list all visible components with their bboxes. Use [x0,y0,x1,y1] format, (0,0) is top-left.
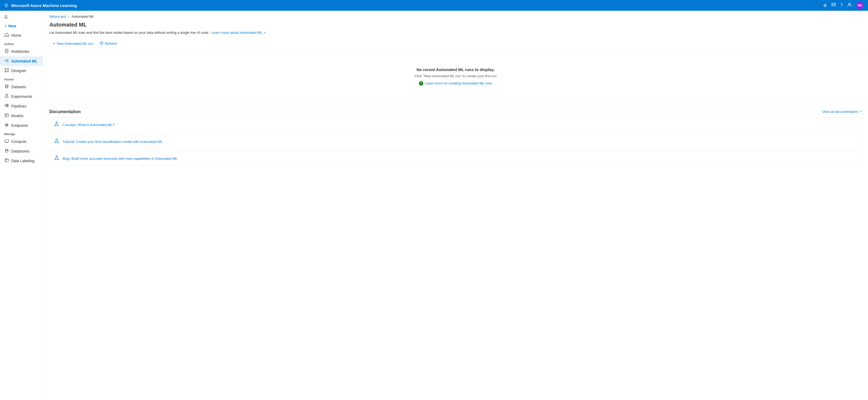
empty-state-learn-more-link[interactable]: ? Learn more on creating Automated ML ru… [419,81,492,86]
help-icon[interactable]: ? [840,3,843,8]
doc-card-2[interactable]: Blog: Build more accurate forecasts with… [50,151,862,166]
user-avatar[interactable]: MG [856,2,864,9]
models-icon [4,113,9,119]
sidebar-item-notebooks[interactable]: Notebooks [0,47,43,56]
experiments-icon [4,94,9,99]
plus-icon: + [4,24,7,28]
sidebar: ☰ + New Home Author [0,11,43,400]
svg-line-10 [6,61,7,61]
external-link-icon: ↗ [859,110,862,113]
sidebar-item-pipelines[interactable]: Pipelines [0,101,43,111]
hamburger-icon: ☰ [4,15,8,19]
sidebar-hamburger-btn[interactable]: ☰ [0,13,43,22]
assets-section-label: Assets [0,76,43,82]
refresh-icon [100,41,103,46]
svg-point-8 [7,61,8,62]
new-automated-ml-run-button[interactable]: + New Automated ML run [50,40,96,48]
info-circle-icon: ? [419,81,423,86]
notebooks-icon [4,49,9,54]
svg-rect-0 [832,3,836,6]
svg-line-27 [7,105,8,105]
svg-line-9 [6,60,7,61]
sidebar-item-data-labeling[interactable]: Data Labeling [0,156,43,166]
endpoints-icon [4,123,9,128]
topbar-right: ⚙ ? MG [823,2,864,9]
svg-point-7 [7,59,8,60]
plus-icon: + [53,41,55,46]
new-button[interactable]: + New [0,22,43,31]
doc-flask-icon-1 [54,138,59,145]
external-link-icon: ↗ [263,31,266,34]
breadcrumb: fathym-prd › Automated ML [43,11,868,20]
svg-point-6 [5,60,6,61]
datasets-icon [4,84,9,90]
doc-card-1[interactable]: Tutorial: Create your first classificati… [50,134,862,149]
app-title: Microsoft Azure Machine Learning [11,3,77,8]
designer-icon [4,68,9,73]
empty-state-title: No recent Automated ML runs to display. [416,67,495,72]
svg-rect-22 [6,104,7,105]
sidebar-item-designer[interactable]: Designer [0,66,43,76]
doc-card-text-0: Concept: What is Automated ML? [63,123,115,127]
sidebar-item-automated-ml[interactable]: Automated ML [0,56,43,66]
compute-icon [4,139,9,144]
svg-point-19 [5,85,8,86]
settings-icon[interactable]: ⚙ [823,3,827,8]
sidebar-item-endpoints[interactable]: Endpoints [0,121,43,130]
page-header: Automated ML Let Automated ML train and … [43,20,868,40]
documentation-header: Documentation View all documentation ↗ [50,109,862,114]
empty-state-description: Click "New Automated ML run" to create y… [414,74,497,78]
doc-flask-icon-2 [54,155,59,162]
profile-icon[interactable] [847,2,852,8]
datastores-icon [4,148,9,154]
page-title: Automated ML [50,22,862,28]
author-section-label: Author [0,40,43,47]
home-icon [4,33,9,38]
svg-rect-21 [5,105,6,106]
svg-rect-33 [5,140,8,142]
manage-section-label: Manage [0,130,43,137]
sidebar-item-datastores[interactable]: Datastores [0,146,43,156]
svg-point-13 [5,71,6,72]
learn-more-link[interactable]: Learn more about Automated ML [211,31,262,35]
view-all-documentation-link[interactable]: View all documentation ↗ [823,110,862,114]
breadcrumb-current: Automated ML [71,14,94,19]
main-content: fathym-prd › Automated ML Automated ML L… [43,11,868,400]
data-labeling-icon [4,158,9,164]
svg-rect-24 [8,105,9,106]
doc-card-text-2: Blog: Build more accurate forecasts with… [63,157,178,161]
sidebar-item-models[interactable]: Models [0,111,43,121]
sidebar-item-home[interactable]: Home [0,31,43,40]
toolbar: + New Automated ML run Refresh [43,40,868,51]
topbar: ☰ Microsoft Azure Machine Learning ⚙ ? M… [0,0,868,11]
notifications-icon[interactable] [831,2,836,8]
doc-card-text-1: Tutorial: Create your first classificati… [63,140,163,144]
svg-rect-29 [5,114,8,117]
page-description: Let Automated ML train and find the best… [50,30,862,35]
automated-ml-icon [4,59,9,64]
documentation-section: Documentation View all documentation ↗ C… [43,104,868,173]
svg-point-36 [5,149,8,150]
hamburger-icon[interactable]: ☰ [4,3,8,8]
empty-state: No recent Automated ML runs to display. … [43,51,868,102]
svg-point-12 [7,68,8,69]
sidebar-item-compute[interactable]: Compute [0,137,43,146]
svg-rect-23 [6,106,7,107]
documentation-title: Documentation [50,109,81,114]
topbar-left: ☰ Microsoft Azure Machine Learning [4,3,77,8]
svg-point-11 [5,68,6,69]
breadcrumb-workspace-link[interactable]: fathym-prd [50,14,66,19]
svg-rect-38 [5,159,8,162]
pipelines-icon [4,103,9,109]
svg-point-14 [7,71,8,72]
refresh-button[interactable]: Refresh [96,40,121,47]
sidebar-item-datasets[interactable]: Datasets [0,82,43,92]
sidebar-item-experiments[interactable]: Experiments [0,92,43,101]
doc-flask-icon-0 [54,122,59,128]
breadcrumb-separator: › [68,14,69,19]
doc-card-0[interactable]: Concept: What is Automated ML? [50,118,862,132]
